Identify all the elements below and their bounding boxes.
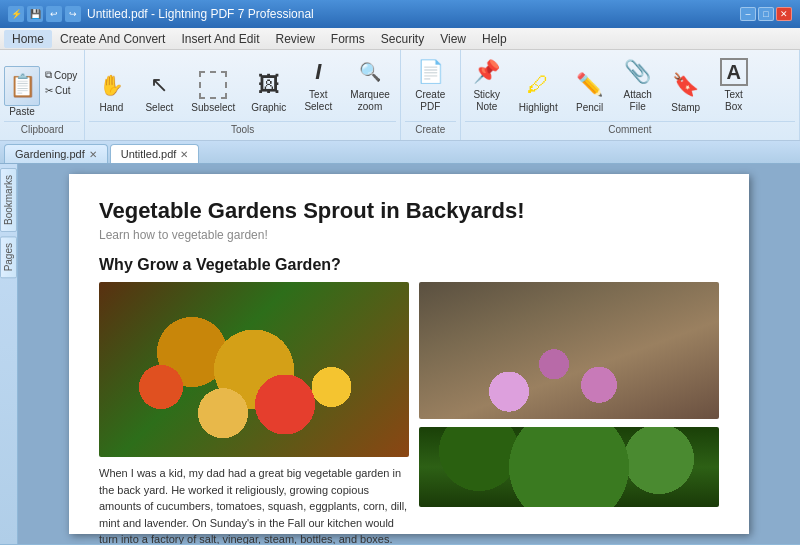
window-controls: – □ ✕ [740,7,792,21]
clipboard-content: 📋 Paste ⧉ Copy ✂ Cut [4,52,80,119]
tools-content: ✋ Hand ↖ Select Subselect 🖼 Graphic I Te… [89,52,395,119]
sticky-note-button[interactable]: 📌 StickyNote [465,52,509,117]
tab-untitled[interactable]: Untitled.pdf ✕ [110,144,200,163]
pdf-section1-title: Why Grow a Vegetable Garden? [99,256,719,274]
tabbar: Gardening.pdf ✕ Untitled.pdf ✕ [0,141,800,164]
ribbon-group-tools: ✋ Hand ↖ Select Subselect 🖼 Graphic I Te… [85,50,400,140]
tools-label: Tools [89,121,395,138]
maximize-button[interactable]: □ [758,7,774,21]
select-button[interactable]: ↖ Select [137,65,181,117]
highlight-button[interactable]: 🖊 Highlight [513,65,564,117]
paste-button[interactable]: 📋 Paste [4,66,40,117]
create-pdf-button[interactable]: 📄 CreatePDF [408,52,452,117]
pages-panel-tab[interactable]: Pages [0,236,17,278]
ribbon: 📋 Paste ⧉ Copy ✂ Cut Clipboard [0,50,800,141]
menu-security[interactable]: Security [373,30,432,48]
menu-help[interactable]: Help [474,30,515,48]
text-select-button[interactable]: I TextSelect [296,52,340,117]
text-box-label: TextBox [725,89,743,113]
pdf-right-col [419,282,719,544]
tab-gardening-close[interactable]: ✕ [89,149,97,160]
stamp-icon: 🔖 [670,69,702,101]
copy-cut-group: ⧉ Copy ✂ Cut [42,66,80,97]
menu-forms[interactable]: Forms [323,30,373,48]
subselect-label: Subselect [191,102,235,113]
text-box-button[interactable]: A TextBox [712,52,756,117]
pdf-soil-image [419,282,719,419]
clipboard-inner: 📋 Paste ⧉ Copy ✂ Cut [4,66,80,117]
attach-file-button[interactable]: 📎 AttachFile [616,52,660,117]
attach-file-icon: 📎 [622,56,654,88]
ribbon-group-clipboard: 📋 Paste ⧉ Copy ✂ Cut Clipboard [0,50,85,140]
ribbon-group-comment: 📌 StickyNote 🖊 Highlight ✏️ Pencil 📎 Att… [461,50,800,140]
select-label: Select [145,102,173,113]
tab-untitled-label: Untitled.pdf [121,148,177,160]
titlebar-icons: ⚡ 💾 ↩ ↪ [8,6,81,22]
soil-image-content [419,282,719,419]
pdf-content-row: When I was a kid, my dad had a great big… [99,282,719,544]
hand-button[interactable]: ✋ Hand [89,65,133,117]
graphic-label: Graphic [251,102,286,113]
cut-button[interactable]: ✂ Cut [42,84,80,97]
tab-untitled-close[interactable]: ✕ [180,149,188,160]
paste-label: Paste [9,106,35,117]
bookmarks-panel-tab[interactable]: Bookmarks [0,168,17,232]
stamp-label: Stamp [671,102,700,113]
app-icon: ⚡ [8,6,24,22]
text-box-icon: A [720,58,748,86]
menu-insert-edit[interactable]: Insert And Edit [173,30,267,48]
copy-button[interactable]: ⧉ Copy [42,68,80,82]
tab-gardening[interactable]: Gardening.pdf ✕ [4,144,108,163]
pdf-document-title: Vegetable Gardens Sprout in Backyards! [99,198,719,224]
menu-view[interactable]: View [432,30,474,48]
create-pdf-label: CreatePDF [415,89,445,113]
marquee-zoom-icon: 🔍 [354,56,386,88]
menu-review[interactable]: Review [267,30,322,48]
menubar: Home Create And Convert Insert And Edit … [0,28,800,50]
subselect-icon [199,71,227,99]
copy-icon: ⧉ [45,69,52,81]
content-area: Bookmarks Pages Vegetable Gardens Sprout… [0,164,800,544]
pdf-wrapper[interactable]: Vegetable Gardens Sprout in Backyards! L… [18,164,800,544]
text-select-label: TextSelect [304,89,332,113]
attach-file-label: AttachFile [624,89,652,113]
pdf-left-col: When I was a kid, my dad had a great big… [99,282,409,544]
vegetable-image-content [99,282,409,457]
highlight-label: Highlight [519,102,558,113]
marquee-zoom-button[interactable]: 🔍 Marqueezoom [344,52,395,117]
pdf-body-text: When I was a kid, my dad had a great big… [99,465,409,544]
menu-create-convert[interactable]: Create And Convert [52,30,173,48]
pencil-button[interactable]: ✏️ Pencil [568,65,612,117]
cut-icon: ✂ [45,85,53,96]
quick-access-2[interactable]: ↩ [46,6,62,22]
create-pdf-icon: 📄 [414,56,446,88]
subselect-button[interactable]: Subselect [185,65,241,117]
paste-icon: 📋 [4,66,40,106]
comment-label: Comment [465,121,795,138]
quick-access-1[interactable]: 💾 [27,6,43,22]
create-label: Create [405,121,456,138]
graphic-button[interactable]: 🖼 Graphic [245,65,292,117]
hand-label: Hand [99,102,123,113]
pdf-page: Vegetable Gardens Sprout in Backyards! L… [69,174,749,534]
close-button[interactable]: ✕ [776,7,792,21]
pdf-document-subtitle: Learn how to vegetable garden! [99,228,719,242]
garden-image-content [419,427,719,507]
stamp-button[interactable]: 🔖 Stamp [664,65,708,117]
sticky-note-label: StickyNote [473,89,500,113]
select-icon: ↖ [143,69,175,101]
titlebar: ⚡ 💾 ↩ ↪ Untitled.pdf - Lightning PDF 7 P… [0,0,800,28]
pdf-vegetable-image [99,282,409,457]
cut-label: Cut [55,85,71,96]
window-title: Untitled.pdf - Lightning PDF 7 Professio… [87,7,314,21]
pdf-garden-image [419,427,719,544]
copy-label: Copy [54,70,77,81]
minimize-button[interactable]: – [740,7,756,21]
menu-home[interactable]: Home [4,30,52,48]
quick-access-3[interactable]: ↪ [65,6,81,22]
tab-gardening-label: Gardening.pdf [15,148,85,160]
pencil-icon: ✏️ [574,69,606,101]
ribbon-group-create: 📄 CreatePDF Create [401,50,461,140]
clipboard-label: Clipboard [4,121,80,138]
highlight-icon: 🖊 [522,69,554,101]
